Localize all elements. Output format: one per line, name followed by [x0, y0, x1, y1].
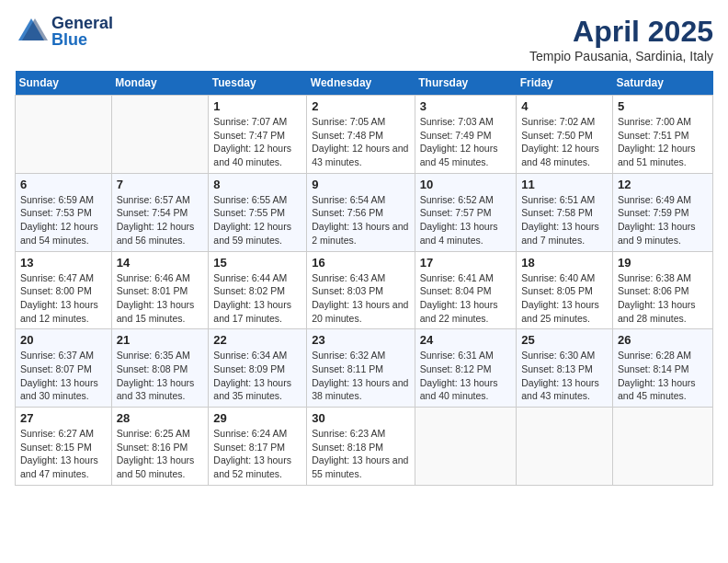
day-info: Sunrise: 6:59 AMSunset: 7:53 PMDaylight:…: [20, 193, 107, 247]
day-number: 25: [521, 333, 608, 347]
week-row-4: 20Sunrise: 6:37 AMSunset: 8:07 PMDayligh…: [16, 329, 713, 408]
day-info: Sunrise: 6:51 AMSunset: 7:58 PMDaylight:…: [521, 193, 608, 247]
day-info: Sunrise: 6:24 AMSunset: 8:17 PMDaylight:…: [213, 427, 301, 481]
day-info: Sunrise: 6:46 AMSunset: 8:01 PMDaylight:…: [117, 271, 204, 326]
day-cell: 18Sunrise: 6:40 AMSunset: 8:05 PMDayligh…: [517, 251, 613, 329]
day-number: 7: [117, 178, 204, 191]
day-cell: 2Sunrise: 7:05 AMSunset: 7:48 PMDaylight…: [307, 96, 415, 174]
day-number: 4: [521, 99, 608, 113]
day-cell: 24Sunrise: 6:31 AMSunset: 8:12 PMDayligh…: [415, 329, 516, 408]
week-row-1: 1Sunrise: 7:07 AMSunset: 7:47 PMDaylight…: [16, 96, 713, 174]
day-cell: 22Sunrise: 6:34 AMSunset: 8:09 PMDayligh…: [209, 329, 307, 408]
day-number: 16: [312, 256, 410, 270]
day-number: 29: [213, 411, 301, 425]
day-cell: 26Sunrise: 6:28 AMSunset: 8:14 PMDayligh…: [612, 329, 712, 408]
header-sunday: Sunday: [16, 71, 112, 96]
day-info: Sunrise: 6:27 AMSunset: 8:15 PMDaylight:…: [20, 427, 107, 481]
day-info: Sunrise: 6:31 AMSunset: 8:12 PMDaylight:…: [420, 349, 511, 403]
day-number: 10: [420, 178, 511, 191]
day-cell: [517, 408, 613, 486]
day-cell: 25Sunrise: 6:30 AMSunset: 8:13 PMDayligh…: [517, 329, 613, 408]
logo-text: General Blue: [51, 15, 113, 48]
calendar-subtitle: Tempio Pausania, Sardinia, Italy: [529, 49, 713, 63]
day-number: 12: [618, 178, 708, 191]
day-info: Sunrise: 6:30 AMSunset: 8:13 PMDaylight:…: [521, 349, 608, 403]
day-cell: 19Sunrise: 6:38 AMSunset: 8:06 PMDayligh…: [612, 251, 712, 329]
day-cell: 11Sunrise: 6:51 AMSunset: 7:58 PMDayligh…: [517, 173, 613, 251]
day-info: Sunrise: 7:00 AMSunset: 7:51 PMDaylight:…: [618, 115, 708, 169]
day-info: Sunrise: 6:49 AMSunset: 7:59 PMDaylight:…: [618, 193, 708, 247]
day-cell: 4Sunrise: 7:02 AMSunset: 7:50 PMDaylight…: [517, 96, 613, 174]
day-cell: 15Sunrise: 6:44 AMSunset: 8:02 PMDayligh…: [209, 251, 307, 329]
day-number: 11: [521, 178, 608, 191]
logo-line1: General: [51, 15, 113, 31]
day-number: 9: [312, 178, 410, 191]
calendar-table: SundayMondayTuesdayWednesdayThursdayFrid…: [15, 71, 713, 486]
day-cell: [415, 408, 516, 486]
day-cell: [16, 96, 112, 174]
day-info: Sunrise: 6:41 AMSunset: 8:04 PMDaylight:…: [420, 271, 511, 326]
day-number: 3: [420, 99, 511, 113]
page-header: General Blue April 2025 Tempio Pausania,…: [15, 15, 713, 63]
logo-line2: Blue: [51, 31, 113, 48]
day-info: Sunrise: 6:52 AMSunset: 7:57 PMDaylight:…: [420, 193, 511, 247]
day-number: 13: [20, 256, 107, 270]
day-number: 5: [618, 99, 708, 113]
day-info: Sunrise: 6:40 AMSunset: 8:05 PMDaylight:…: [521, 271, 608, 326]
day-number: 21: [117, 333, 204, 347]
header-tuesday: Tuesday: [209, 71, 307, 96]
day-info: Sunrise: 6:38 AMSunset: 8:06 PMDaylight:…: [618, 271, 708, 326]
calendar-title: April 2025: [529, 15, 713, 49]
day-info: Sunrise: 6:34 AMSunset: 8:09 PMDaylight:…: [213, 349, 301, 403]
day-cell: 3Sunrise: 7:03 AMSunset: 7:49 PMDaylight…: [415, 96, 516, 174]
day-cell: 28Sunrise: 6:25 AMSunset: 8:16 PMDayligh…: [111, 408, 209, 486]
calendar-header-row: SundayMondayTuesdayWednesdayThursdayFrid…: [16, 71, 713, 96]
day-number: 8: [213, 178, 301, 191]
day-info: Sunrise: 6:44 AMSunset: 8:02 PMDaylight:…: [213, 271, 301, 326]
day-number: 24: [420, 333, 511, 347]
week-row-3: 13Sunrise: 6:47 AMSunset: 8:00 PMDayligh…: [16, 251, 713, 329]
header-saturday: Saturday: [612, 71, 712, 96]
day-number: 20: [20, 333, 107, 347]
day-info: Sunrise: 6:54 AMSunset: 7:56 PMDaylight:…: [312, 193, 410, 247]
day-cell: 8Sunrise: 6:55 AMSunset: 7:55 PMDaylight…: [209, 173, 307, 251]
day-cell: 20Sunrise: 6:37 AMSunset: 8:07 PMDayligh…: [16, 329, 112, 408]
day-cell: 17Sunrise: 6:41 AMSunset: 8:04 PMDayligh…: [415, 251, 516, 329]
week-row-2: 6Sunrise: 6:59 AMSunset: 7:53 PMDaylight…: [16, 173, 713, 251]
day-info: Sunrise: 6:47 AMSunset: 8:00 PMDaylight:…: [20, 271, 107, 326]
day-cell: 6Sunrise: 6:59 AMSunset: 7:53 PMDaylight…: [16, 173, 112, 251]
logo-icon: [15, 15, 48, 48]
day-cell: 10Sunrise: 6:52 AMSunset: 7:57 PMDayligh…: [415, 173, 516, 251]
day-cell: 13Sunrise: 6:47 AMSunset: 8:00 PMDayligh…: [16, 251, 112, 329]
day-info: Sunrise: 6:55 AMSunset: 7:55 PMDaylight:…: [213, 193, 301, 247]
day-info: Sunrise: 7:02 AMSunset: 7:50 PMDaylight:…: [521, 115, 608, 169]
day-number: 27: [20, 411, 107, 425]
day-number: 19: [618, 256, 708, 270]
day-cell: [111, 96, 209, 174]
day-number: 26: [618, 333, 708, 347]
header-wednesday: Wednesday: [307, 71, 415, 96]
day-cell: 1Sunrise: 7:07 AMSunset: 7:47 PMDaylight…: [209, 96, 307, 174]
day-cell: 7Sunrise: 6:57 AMSunset: 7:54 PMDaylight…: [111, 173, 209, 251]
logo: General Blue: [15, 15, 113, 48]
day-info: Sunrise: 7:05 AMSunset: 7:48 PMDaylight:…: [312, 115, 410, 169]
day-number: 30: [312, 411, 410, 425]
day-cell: 12Sunrise: 6:49 AMSunset: 7:59 PMDayligh…: [612, 173, 712, 251]
day-cell: 16Sunrise: 6:43 AMSunset: 8:03 PMDayligh…: [307, 251, 415, 329]
day-info: Sunrise: 6:25 AMSunset: 8:16 PMDaylight:…: [117, 427, 204, 481]
day-cell: 29Sunrise: 6:24 AMSunset: 8:17 PMDayligh…: [209, 408, 307, 486]
day-info: Sunrise: 6:23 AMSunset: 8:18 PMDaylight:…: [312, 427, 410, 481]
day-info: Sunrise: 6:35 AMSunset: 8:08 PMDaylight:…: [117, 349, 204, 403]
header-monday: Monday: [111, 71, 209, 96]
day-number: 22: [213, 333, 301, 347]
day-info: Sunrise: 7:07 AMSunset: 7:47 PMDaylight:…: [213, 115, 301, 169]
day-cell: [612, 408, 712, 486]
day-cell: 30Sunrise: 6:23 AMSunset: 8:18 PMDayligh…: [307, 408, 415, 486]
day-info: Sunrise: 6:43 AMSunset: 8:03 PMDaylight:…: [312, 271, 410, 326]
day-number: 6: [20, 178, 107, 191]
day-cell: 9Sunrise: 6:54 AMSunset: 7:56 PMDaylight…: [307, 173, 415, 251]
day-info: Sunrise: 6:37 AMSunset: 8:07 PMDaylight:…: [20, 349, 107, 403]
day-info: Sunrise: 7:03 AMSunset: 7:49 PMDaylight:…: [420, 115, 511, 169]
header-thursday: Thursday: [415, 71, 516, 96]
day-cell: 14Sunrise: 6:46 AMSunset: 8:01 PMDayligh…: [111, 251, 209, 329]
